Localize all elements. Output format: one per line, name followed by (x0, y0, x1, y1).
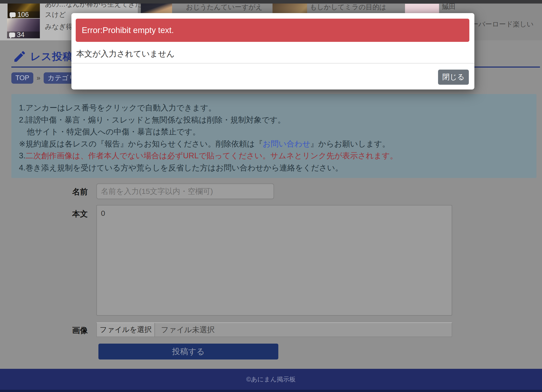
post-section-heading: レス投稿 (13, 49, 73, 64)
comment-count-badge: 106 (8, 11, 40, 18)
footer: ©あにまん掲示板 (0, 369, 542, 392)
thread-thumbnail[interactable]: 34 (7, 19, 40, 38)
rule-line: 他サイト・特定個人への中傷・暴言は禁止です。 (19, 126, 536, 138)
name-label: 名前 (47, 187, 88, 197)
rule-line: 4.巻き添え規制を受けている方や荒らしを反省した方はお問い合わせから連絡をくださ… (19, 162, 536, 174)
page: 106 あの…なんか棒から生えてきたん スけど 34 みなぎ得一 おじうたんてい… (0, 0, 542, 392)
thread-title[interactable]: おじうたんていーすがえ (186, 2, 262, 12)
thread-title[interactable]: もしかしてミラの目的は (310, 2, 386, 12)
page-title: レス投稿 (30, 50, 73, 64)
rule-line: 1.アンカーはレス番号をクリックで自動入力できます。 (19, 102, 536, 114)
pencil-icon (13, 49, 27, 64)
image-file-field: ファイルを選択 ファイル未選択 (96, 322, 452, 337)
comment-count: 34 (17, 32, 24, 38)
close-dialog-button[interactable]: 閉じる (438, 70, 469, 85)
modal-divider (71, 63, 474, 64)
thread-title[interactable]: オーバーロード楽しい (465, 19, 534, 29)
rule-line: 2.誹謗中傷・暴言・煽り・スレッドと無関係な投稿は削除・規制対象です。 (19, 114, 536, 126)
posting-rules-box: 1.アンカーはレス番号をクリックで自動入力できます。 2.誹謗中傷・暴言・煽り・… (11, 94, 536, 178)
choose-file-button[interactable]: ファイルを選択 (97, 323, 155, 337)
char-counter: 0 (101, 209, 105, 217)
comment-bubble-icon (10, 12, 16, 17)
name-input[interactable] (96, 184, 274, 199)
top-bar (0, 0, 542, 4)
body-label: 本文 (47, 209, 88, 219)
submit-post-button[interactable]: 投稿する (98, 344, 278, 359)
breadcrumb-separator: » (37, 74, 40, 82)
body-textarea[interactable]: 0 (96, 205, 452, 316)
comment-count-badge: 34 (7, 32, 40, 38)
file-status-text: ファイル未選択 (155, 323, 215, 337)
comment-bubble-icon (9, 33, 15, 37)
error-message: 本文が入力されていません (76, 48, 175, 59)
rule-line: 3.二次創作画像は、作者本人でない場合は必ずURLで貼ってください。サムネとリン… (19, 150, 536, 162)
copyright-text: ©あにまん掲示板 (246, 375, 296, 383)
error-banner: Error:Prohibit empty text. (76, 19, 469, 42)
breadcrumb-top-link[interactable]: TOP (11, 72, 33, 84)
error-dialog: Error:Prohibit empty text. 本文が入力されていません … (71, 13, 474, 89)
contact-link[interactable]: お問い合わせ (263, 139, 310, 148)
rule-line: ※規約違反は各レスの『報告』からお知らせください。削除依頼は『お問い合わせ』から… (19, 138, 536, 150)
error-banner-text: Error:Prohibit empty text. (82, 25, 174, 35)
image-label: 画像 (47, 325, 88, 336)
breadcrumb: TOP » カテゴリ (11, 72, 80, 84)
comment-count: 106 (17, 11, 29, 18)
